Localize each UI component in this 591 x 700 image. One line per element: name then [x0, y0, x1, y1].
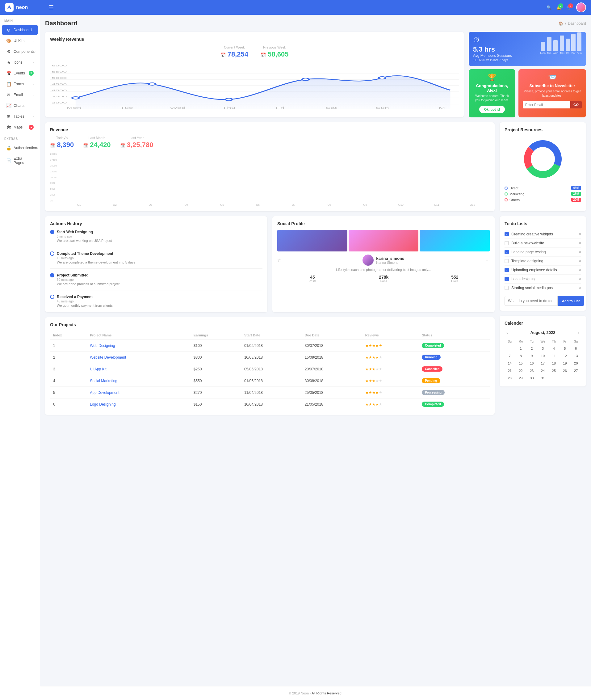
- todo-remove-button[interactable]: ×: [579, 241, 581, 245]
- calendar-day[interactable]: 25: [549, 367, 559, 374]
- legend-dot-direct: [505, 187, 508, 190]
- todo-checkbox[interactable]: [505, 259, 509, 263]
- calendar-next-button[interactable]: ›: [576, 329, 581, 335]
- sidebar-item-email[interactable]: ✉ Email ›: [2, 89, 38, 100]
- todo-checkbox[interactable]: [505, 277, 509, 281]
- calendar-day[interactable]: 3: [538, 345, 548, 352]
- todo-checkbox[interactable]: [505, 268, 509, 272]
- calendar-day[interactable]: 10: [538, 353, 548, 359]
- sidebar-item-uikits[interactable]: 🎨 UI Kits ›: [2, 36, 38, 46]
- calendar-day[interactable]: 15: [516, 360, 526, 367]
- calendar-day[interactable]: 7: [505, 353, 515, 359]
- sessions-hours: 5.3 hrs: [473, 46, 540, 53]
- project-name-link[interactable]: App Development: [90, 390, 119, 395]
- todo-remove-button[interactable]: ×: [579, 268, 581, 272]
- newsletter-go-button[interactable]: GO: [570, 101, 582, 109]
- calendar-day[interactable]: 11: [549, 353, 559, 359]
- project-name-link[interactable]: Social Marketing: [90, 379, 117, 383]
- sidebar-item-icons[interactable]: ★ Icons ›: [2, 57, 38, 68]
- calendar-day[interactable]: 27: [571, 367, 581, 374]
- project-name-link[interactable]: Logo Designing: [90, 402, 116, 406]
- todo-input[interactable]: [505, 296, 557, 306]
- calendar-day[interactable]: 8: [516, 353, 526, 359]
- calendar-day[interactable]: 5: [560, 345, 570, 352]
- sidebar-item-maps[interactable]: 🗺 Maps ●: [2, 122, 38, 132]
- calendar-day[interactable]: 1: [516, 345, 526, 352]
- sidebar-item-label: Events: [14, 71, 25, 75]
- hamburger-button[interactable]: ☰: [49, 4, 54, 11]
- todo-remove-button[interactable]: ×: [579, 232, 581, 236]
- alert-icon[interactable]: 🛒 3: [566, 5, 571, 10]
- todo-checkbox[interactable]: [505, 286, 509, 290]
- calendar-day[interactable]: 29: [516, 375, 526, 382]
- calendar-day[interactable]: 26: [560, 367, 570, 374]
- sessions-icon: ⏱: [473, 36, 540, 44]
- calendar-day[interactable]: 24: [538, 367, 548, 374]
- calendar-day[interactable]: 18: [549, 360, 559, 367]
- congrats-button[interactable]: Ok, got it!: [479, 106, 505, 113]
- todo-checkbox[interactable]: [505, 232, 509, 236]
- project-name-link[interactable]: UI App Kit: [90, 367, 106, 371]
- footer-text: © 2019 Neon -: [289, 691, 312, 695]
- todo-remove-button[interactable]: ×: [579, 286, 581, 290]
- calendar-day[interactable]: 21: [505, 367, 515, 374]
- newsletter-email-input[interactable]: [523, 101, 570, 109]
- social-photo-2: [349, 230, 419, 251]
- calendar-icon-blue: 📅: [220, 53, 226, 57]
- sidebar-item-tables[interactable]: ⊞ Tables ›: [2, 111, 38, 122]
- cell-name: App Development: [87, 387, 191, 398]
- tables-icon: ⊞: [6, 114, 11, 119]
- table-row: 6 Logo Designing $150 10/04/2018 21/05/2…: [50, 398, 490, 410]
- sessions-card: ⏱ 5.3 hrs Avg Members Sessions +18.68% v…: [469, 32, 586, 66]
- calendar-prev-button[interactable]: ‹: [505, 329, 510, 335]
- donut-container: [505, 136, 581, 182]
- calendar-day[interactable]: 31: [538, 375, 548, 382]
- revenue-bar-stats: Today's 📅 8,390 Last Month 📅 24,420: [50, 136, 490, 149]
- star-button[interactable]: ☆: [277, 258, 281, 263]
- calendar-day[interactable]: 14: [505, 360, 515, 367]
- header-left: neon ☰: [5, 3, 54, 12]
- project-name-link[interactable]: Website Development: [90, 355, 126, 360]
- bar-sun: [577, 33, 581, 51]
- search-icon-header[interactable]: 🔍: [546, 5, 551, 10]
- sidebar-item-charts[interactable]: 📈 Charts ›: [2, 101, 38, 111]
- calendar-day[interactable]: 28: [505, 375, 515, 382]
- todo-remove-button[interactable]: ×: [579, 259, 581, 263]
- calendar-day[interactable]: 12: [560, 353, 570, 359]
- todo-checkbox[interactable]: [505, 241, 509, 245]
- calendar-day[interactable]: 17: [538, 360, 548, 367]
- calendar-day[interactable]: 30: [526, 375, 537, 382]
- sidebar-item-authentication[interactable]: 🔒 Authentication ›: [2, 143, 38, 153]
- social-posts-stat: 45 Posts: [309, 275, 316, 283]
- add-to-list-button[interactable]: Add to List: [557, 296, 584, 306]
- action-desc-1: We are start working on USA Project: [57, 239, 262, 243]
- calendar-day[interactable]: 6: [571, 345, 581, 352]
- notification-icon[interactable]: 🔔 2: [556, 5, 562, 10]
- actions-history-card: Actions History Start Web Designing 5 mi…: [45, 216, 267, 312]
- more-options-button[interactable]: ···: [486, 257, 490, 263]
- calendar-day[interactable]: 13: [571, 353, 581, 359]
- calendar-day[interactable]: 22: [516, 367, 526, 374]
- project-name-link[interactable]: Web Designing: [90, 343, 115, 348]
- table-row: 1 Web Designing $100 01/05/2018 30/07/20…: [50, 340, 490, 352]
- sidebar-item-dashboard[interactable]: ⊙ Dashboard: [2, 25, 38, 35]
- todo-checkbox[interactable]: [505, 250, 509, 254]
- footer-link[interactable]: All Rights Reserved.: [312, 691, 342, 695]
- congrats-card: 🏆 Congratulations, Alex! Welcome aboard,…: [469, 69, 515, 117]
- sidebar-item-extra-pages[interactable]: 📄 Extra Pages ›: [2, 153, 38, 168]
- header-right: 🔍 🔔 2 🛒 3: [546, 2, 586, 12]
- calendar-day[interactable]: 4: [549, 345, 559, 352]
- bottom-right: To do Lists Creating creative widgets × …: [500, 216, 586, 415]
- calendar-day[interactable]: 16: [526, 360, 537, 367]
- sidebar-item-components[interactable]: ⚙ Components ›: [2, 46, 38, 57]
- sidebar-item-forms[interactable]: 📋 Forms ›: [2, 79, 38, 89]
- sidebar-item-events[interactable]: 📅 Events 5: [2, 68, 38, 78]
- calendar-day[interactable]: 19: [560, 360, 570, 367]
- user-avatar[interactable]: [576, 2, 586, 12]
- calendar-day[interactable]: 2: [526, 345, 537, 352]
- todo-remove-button[interactable]: ×: [579, 250, 581, 254]
- calendar-day[interactable]: 9: [526, 353, 537, 359]
- todo-remove-button[interactable]: ×: [579, 277, 581, 281]
- calendar-day[interactable]: 23: [526, 367, 537, 374]
- calendar-day[interactable]: 20: [571, 360, 581, 367]
